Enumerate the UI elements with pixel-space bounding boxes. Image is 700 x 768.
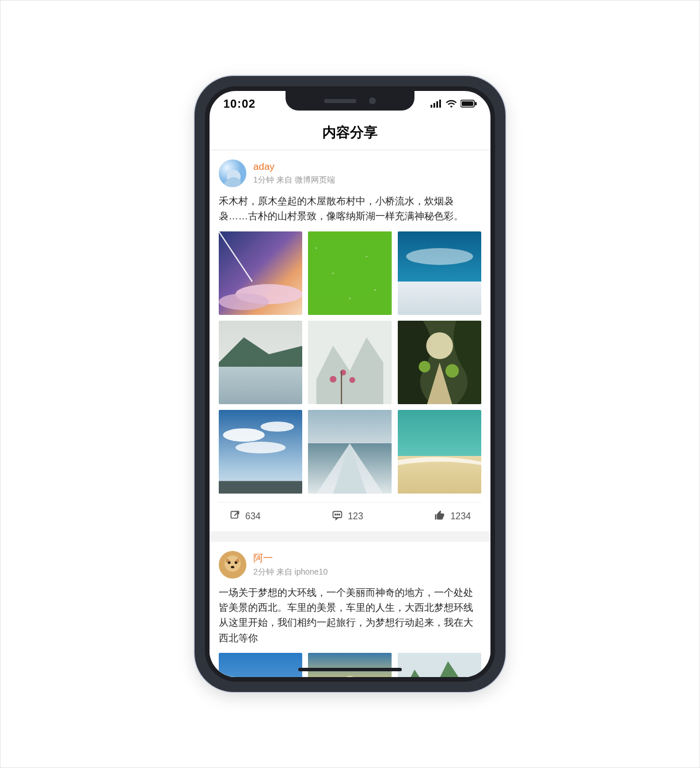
post-time: 1分钟 来自 微博网页端	[253, 175, 335, 185]
post-card: aday 1分钟 来自 微博网页端 禾木村，原木垒起的木屋散布村中，小桥流水，炊…	[210, 150, 490, 531]
like-count: 1234	[450, 511, 471, 522]
svg-rect-19	[398, 231, 481, 315]
svg-point-23	[330, 376, 337, 383]
svg-rect-0	[431, 105, 432, 108]
home-indicator	[298, 668, 402, 671]
author-name[interactable]: aday	[253, 161, 335, 173]
svg-rect-2	[436, 101, 438, 108]
comment-count: 123	[348, 511, 363, 522]
device-frame: 10:02 内容分享	[195, 76, 505, 692]
svg-rect-3	[439, 100, 441, 108]
feed: aday 1分钟 来自 微博网页端 禾木村，原木垒起的木屋散布村中，小桥流水，炊…	[210, 150, 490, 677]
author-row: aday 1分钟 来自 微博网页端	[219, 159, 481, 187]
author-name[interactable]: 阿一	[253, 552, 328, 565]
image-tile[interactable]	[398, 231, 481, 315]
svg-rect-54	[398, 653, 481, 677]
image-grid	[219, 653, 481, 677]
scroll-view[interactable]: 内容分享 aday 1分钟 来自 微博网页端 禾木村，原木垒起的木屋散布村中，小…	[210, 91, 490, 677]
svg-rect-13	[308, 231, 391, 315]
avatar[interactable]	[219, 551, 246, 579]
share-icon	[229, 510, 241, 523]
post-time: 2分钟 来自 iphone10	[253, 567, 328, 577]
like-icon	[434, 510, 446, 523]
status-icons	[431, 100, 477, 108]
image-tile[interactable]	[219, 653, 302, 677]
svg-rect-37	[398, 410, 481, 493]
image-tile[interactable]	[219, 410, 302, 493]
image-tile[interactable]	[308, 231, 391, 315]
image-tile[interactable]	[308, 410, 391, 493]
svg-point-20	[406, 248, 473, 265]
svg-point-28	[426, 332, 453, 359]
post-text: 禾木村，原木垒起的木屋散布村中，小桥流水，炊烟袅袅……古朴的山村景致，像喀纳斯湖…	[219, 194, 481, 225]
image-tile[interactable]	[219, 321, 302, 404]
svg-point-33	[261, 422, 294, 432]
svg-rect-5	[462, 101, 473, 106]
svg-rect-6	[475, 102, 477, 105]
device-notch	[286, 91, 414, 111]
svg-point-11	[219, 293, 269, 310]
share-button[interactable]: 634	[229, 510, 261, 523]
wifi-icon	[446, 100, 457, 108]
battery-icon	[461, 100, 477, 108]
image-tile[interactable]	[308, 321, 391, 404]
image-tile[interactable]	[308, 653, 391, 677]
device-screen: 10:02 内容分享	[205, 86, 495, 682]
action-bar: 634 123 1234	[219, 502, 481, 531]
comment-icon	[332, 510, 343, 523]
image-tile[interactable]	[219, 231, 302, 315]
post-text: 一场关于梦想的大环线，一个美丽而神奇的地方，一个处处皆美景的西北。车里的美景，车…	[219, 585, 481, 646]
svg-rect-51	[308, 653, 391, 677]
svg-point-25	[349, 377, 355, 383]
image-tile[interactable]	[398, 410, 481, 493]
svg-point-15	[332, 272, 334, 274]
signal-icon	[431, 100, 442, 108]
svg-point-40	[335, 514, 336, 515]
comment-button[interactable]: 123	[332, 510, 363, 523]
svg-point-30	[419, 361, 430, 372]
svg-point-29	[445, 364, 458, 378]
author-row: 阿一 2分钟 来自 iphone10	[219, 551, 481, 579]
svg-point-32	[223, 428, 265, 442]
svg-point-17	[349, 297, 351, 299]
svg-point-14	[315, 247, 317, 249]
svg-point-34	[235, 442, 286, 454]
post-card: 阿一 2分钟 来自 iphone10 一场关于梦想的大环线，一个美丽而神奇的地方…	[210, 542, 490, 677]
image-tile[interactable]	[398, 321, 481, 404]
svg-point-41	[337, 514, 338, 515]
svg-rect-48	[219, 653, 302, 677]
svg-point-16	[366, 256, 368, 257]
svg-rect-38	[231, 511, 238, 518]
status-time: 10:02	[223, 97, 256, 111]
svg-point-18	[374, 289, 376, 291]
svg-rect-1	[433, 103, 435, 108]
share-count: 634	[245, 511, 261, 522]
like-button[interactable]: 1234	[434, 510, 471, 523]
image-tile[interactable]	[398, 653, 481, 677]
svg-point-47	[231, 566, 234, 568]
image-grid	[219, 231, 481, 494]
page-title: 内容分享	[210, 116, 490, 150]
avatar[interactable]	[219, 159, 246, 187]
svg-rect-35	[219, 481, 302, 494]
svg-point-42	[339, 514, 340, 515]
